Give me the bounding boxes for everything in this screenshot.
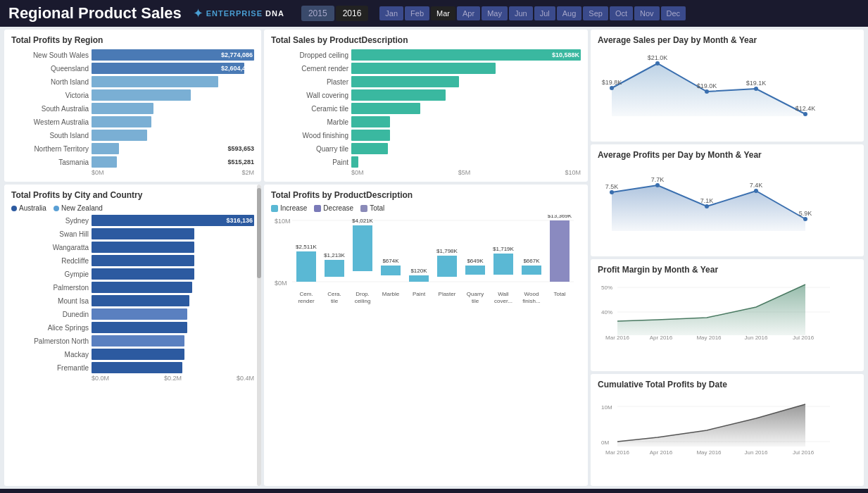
month-tab-apr[interactable]: Apr: [457, 6, 480, 20]
avg-profits-area: [612, 185, 805, 231]
city-bar-chart: Sydney$316,136Swan Hill$200,197Wangaratt…: [11, 215, 254, 373]
avg-sales-point-5: [803, 112, 807, 116]
month-tabs: Jan Feb Mar Apr May Jun Jul Aug Sep Oct …: [379, 6, 686, 20]
month-tab-jul[interactable]: Jul: [534, 6, 555, 20]
waterfall-legend: Increase Decrease Total: [271, 204, 581, 212]
bar-fill: $180,395: [92, 335, 184, 347]
decrease-label: Decrease: [323, 204, 353, 212]
svg-text:$674K: $674K: [382, 258, 399, 264]
month-tab-sep[interactable]: Sep: [583, 6, 608, 20]
month-tab-nov[interactable]: Nov: [634, 6, 660, 20]
bar-fill: $932,860: [92, 130, 147, 141]
bar-value: $199,480: [226, 244, 253, 251]
bar-label: Paint: [271, 158, 348, 166]
bar-label: South Australia: [11, 105, 89, 113]
bar-fill: $198,045: [92, 282, 192, 293]
bar-label: Dropped ceiling: [271, 51, 348, 59]
bar-container: $1,743K: [351, 143, 581, 154]
total-dot: [360, 205, 367, 212]
bar-container: $180,395: [92, 335, 254, 347]
svg-text:Apr 2016: Apr 2016: [650, 335, 673, 341]
wf-legend-total: Total: [360, 204, 384, 212]
month-tab-feb[interactable]: Feb: [405, 6, 429, 20]
list-item: Dunedin$187,626: [11, 308, 254, 320]
list-item: Ceramic tile$3,163K: [271, 103, 581, 114]
bar-fill: $4,404K: [351, 89, 446, 101]
bar-container: $5,022K: [351, 76, 581, 87]
list-item: Western Australia$1,033,503: [11, 116, 254, 127]
main-content: Total Profits by Region New South Wales$…: [0, 27, 868, 489]
svg-text:Marble: Marble: [382, 291, 400, 297]
bar-container: $200,197: [92, 228, 254, 239]
svg-text:Jul 2016: Jul 2016: [795, 234, 817, 235]
list-item: Gympie$198,865: [11, 268, 254, 280]
month-tab-oct[interactable]: Oct: [610, 6, 633, 20]
list-item: Mount Isa$190,904: [11, 295, 254, 306]
month-tab-jun[interactable]: Jun: [509, 6, 533, 20]
bar-container: [92, 143, 223, 154]
bar-value: $198,865: [226, 270, 253, 277]
logo-icon: ✦: [193, 6, 203, 21]
svg-text:$0M: $0M: [275, 280, 287, 287]
svg-text:ceiling: ceiling: [355, 298, 371, 304]
avg-profits-point-1: [610, 190, 614, 194]
svg-text:7.4K: 7.4K: [750, 182, 763, 189]
nz-dot: [54, 206, 59, 211]
bar-fill: $178,916: [92, 362, 182, 373]
city-axis-04: $0.4M: [237, 375, 254, 382]
svg-text:Mar 2016: Mar 2016: [600, 234, 624, 235]
region-bar-chart: New South Wales$2,774,086Queensland$2,60…: [11, 49, 254, 168]
bar-fill: $199,135: [92, 255, 194, 266]
list-item: Northern Territory$593,653: [11, 143, 254, 154]
list-item: Queensland$2,604,447: [11, 63, 254, 74]
svg-text:7.7K: 7.7K: [651, 176, 665, 183]
bar-label: Quarry tile: [271, 145, 348, 153]
avg-sales-point-3: [705, 89, 709, 94]
year-tab-2015[interactable]: 2015: [301, 6, 334, 21]
bar-label: Dunedin: [11, 311, 89, 318]
bar-value: $5,022K: [555, 78, 579, 85]
month-tab-aug[interactable]: Aug: [557, 6, 582, 20]
bar-value: $198,045: [226, 284, 253, 291]
bar-drop-ceiling: [353, 225, 372, 271]
bar-container: $1,779K: [351, 116, 581, 127]
svg-text:7.5K: 7.5K: [605, 183, 619, 190]
right-column: Average Sales per Day by Month & Year: [591, 30, 864, 486]
cumulative-title: Cumulative Total Profits by Date: [598, 380, 857, 389]
month-tab-mar[interactable]: Mar: [431, 6, 455, 20]
month-tab-may[interactable]: May: [482, 6, 508, 20]
bar-container: $316,136: [92, 215, 254, 226]
scrollbar-thumb[interactable]: [257, 188, 261, 278]
bar-label: North Island: [11, 78, 89, 86]
legend-australia: Australia: [11, 204, 46, 212]
list-item: Tasmania$515,281: [11, 156, 254, 168]
svg-text:Drop.: Drop.: [356, 291, 370, 297]
month-tab-dec[interactable]: Dec: [661, 6, 686, 20]
list-item: Sydney$316,136: [11, 215, 254, 226]
svg-text:Jun 2016: Jun 2016: [745, 119, 768, 120]
svg-text:50%: 50%: [601, 285, 612, 291]
bar-container: $198,865: [92, 268, 254, 280]
cumulative-panel: Cumulative Total Profits by Date 10M 0M …: [591, 374, 864, 486]
bar-label: Northern Territory: [11, 145, 89, 153]
bar-label: Wall covering: [271, 92, 348, 99]
svg-text:Plaster: Plaster: [439, 291, 456, 297]
bar-cera-tile: [325, 260, 344, 277]
bar-label: New South Wales: [11, 51, 89, 59]
bar-fill: $2,155,939: [92, 76, 218, 87]
bar-container: $6,680K: [351, 63, 581, 74]
month-tab-jan[interactable]: Jan: [379, 6, 403, 20]
bar-quarry: [465, 266, 485, 275]
bar-fill: $5,022K: [351, 76, 459, 87]
bar-value: $4,404K: [555, 92, 579, 99]
bar-fill: $1,779K: [351, 116, 390, 127]
decrease-dot: [314, 205, 321, 212]
year-tab-2016[interactable]: 2016: [336, 6, 369, 21]
bar-value: $3,163K: [555, 105, 579, 112]
avg-sales-title: Average Sales per Day by Month & Year: [598, 35, 857, 45]
bar-container: $1,033,503: [92, 116, 254, 127]
scrollbar-track[interactable]: [257, 185, 261, 486]
svg-text:$10M: $10M: [275, 218, 291, 225]
svg-text:$21.0K: $21.0K: [648, 54, 668, 61]
bar-value: $2,774,086: [221, 51, 253, 58]
